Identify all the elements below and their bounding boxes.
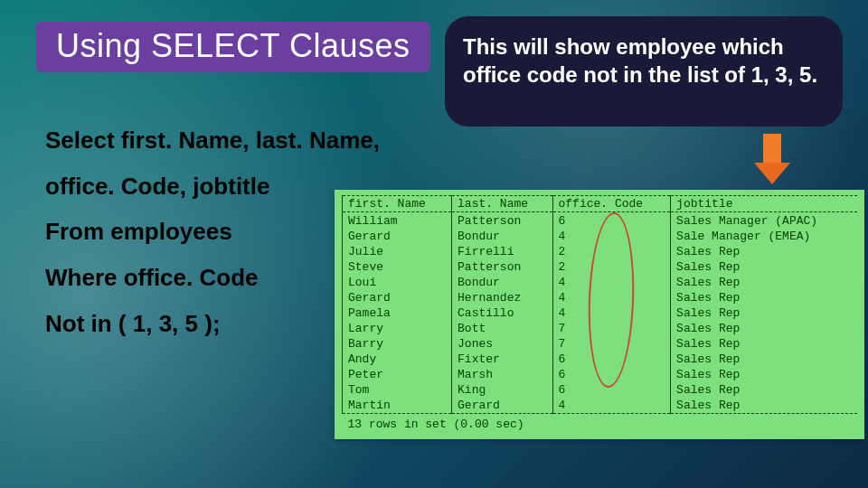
table-cell: 2 [552, 244, 671, 259]
table-row: AndyFixter6Sales Rep [343, 352, 858, 367]
table-cell: Gerard [343, 229, 452, 244]
table-cell: Bondur [452, 229, 552, 244]
table-row: GerardBondur4Sale Manager (EMEA) [343, 229, 858, 244]
table-cell: Patterson [452, 212, 552, 230]
table-cell: Fixter [452, 352, 552, 367]
table-cell: 7 [552, 336, 671, 352]
table-cell: 4 [552, 275, 671, 290]
table-cell: Andy [343, 352, 452, 367]
col-jobtitle: jobtitle [671, 196, 857, 212]
table-cell: Bott [452, 321, 552, 336]
table-cell: 6 [552, 367, 671, 382]
table-row: TomKing6Sales Rep [343, 382, 858, 398]
table-cell: 4 [552, 305, 671, 321]
table-cell: Peter [343, 367, 452, 382]
table-cell: Sales Rep [671, 275, 857, 290]
table-cell: Julie [343, 244, 452, 259]
table-cell: Loui [343, 275, 452, 290]
table-cell: 6 [552, 352, 671, 367]
results-footer: 13 rows in set (0.00 sec) [343, 414, 858, 433]
table-row: StevePatterson2Sales Rep [343, 259, 858, 275]
table-cell: 2 [552, 259, 671, 275]
table-row: BarryJones7Sales Rep [343, 336, 858, 352]
table-row: LarryBott7Sales Rep [343, 321, 858, 336]
table-cell: 4 [552, 229, 671, 244]
col-officecode: office. Code [552, 196, 671, 212]
col-lastname: last. Name [452, 196, 552, 212]
table-cell: Castillo [452, 305, 552, 321]
table-cell: William [343, 212, 452, 230]
query-results-panel: first. Name last. Name office. Code jobt… [335, 190, 864, 439]
slide-root: Using SELECT Clauses This will show empl… [0, 0, 868, 488]
table-cell: Sales Manager (APAC) [671, 212, 857, 230]
table-cell: Hernandez [452, 290, 552, 305]
table-cell: 6 [552, 382, 671, 398]
arrow-down-icon [754, 134, 790, 186]
table-cell: Sales Rep [671, 398, 857, 414]
table-cell: 4 [552, 290, 671, 305]
table-cell: Pamela [343, 305, 452, 321]
table-cell: Gerard [343, 290, 452, 305]
table-cell: Firrelli [452, 244, 552, 259]
col-firstname: first. Name [343, 196, 452, 212]
table-row: LouiBondur4Sales Rep [343, 275, 858, 290]
table-row: MartinGerard4Sales Rep [343, 398, 858, 414]
table-cell: Sales Rep [671, 352, 857, 367]
explanation-callout: This will show employee which office cod… [445, 16, 843, 127]
table-cell: 7 [552, 321, 671, 336]
table-cell: Sales Rep [671, 305, 857, 321]
table-cell: Sales Rep [671, 259, 857, 275]
table-row: WilliamPatterson6Sales Manager (APAC) [343, 212, 858, 230]
table-cell: Bondur [452, 275, 552, 290]
table-cell: Tom [343, 382, 452, 398]
table-cell: 4 [552, 398, 671, 414]
table-cell: Jones [452, 336, 552, 352]
table-cell: Sales Rep [671, 244, 857, 259]
table-cell: Sales Rep [671, 290, 857, 305]
table-row: GerardHernandez4Sales Rep [343, 290, 858, 305]
table-cell: Martin [343, 398, 452, 414]
table-cell: Steve [343, 259, 452, 275]
table-cell: 6 [552, 212, 671, 230]
table-row: PeterMarsh6Sales Rep [343, 367, 858, 382]
table-row: JulieFirrelli2Sales Rep [343, 244, 858, 259]
table-cell: Sales Rep [671, 382, 857, 398]
table-cell: Gerard [452, 398, 552, 414]
table-cell: Sales Rep [671, 367, 857, 382]
table-cell: Sales Rep [671, 336, 857, 352]
table-cell: Marsh [452, 367, 552, 382]
table-cell: Sales Rep [671, 321, 857, 336]
slide-title: Using SELECT Clauses [36, 22, 430, 72]
table-cell: Sale Manager (EMEA) [671, 229, 857, 244]
table-cell: King [452, 382, 552, 398]
table-cell: Patterson [452, 259, 552, 275]
table-cell: Barry [343, 336, 452, 352]
table-cell: Larry [343, 321, 452, 336]
query-line: Select first. Name, last. Name, [45, 117, 389, 164]
table-row: PamelaCastillo4Sales Rep [343, 305, 858, 321]
results-table: first. Name last. Name office. Code jobt… [342, 195, 857, 432]
